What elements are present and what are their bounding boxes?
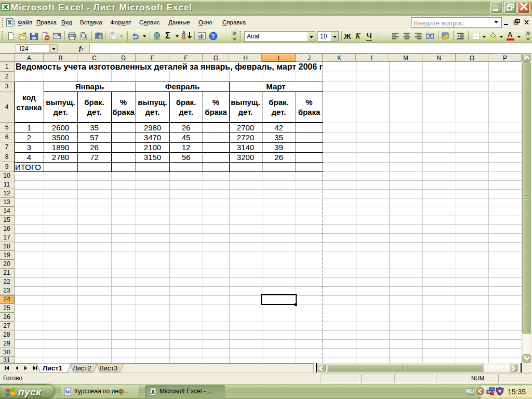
svg-text:W: W [65, 389, 71, 395]
svg-text:?: ? [212, 33, 215, 40]
